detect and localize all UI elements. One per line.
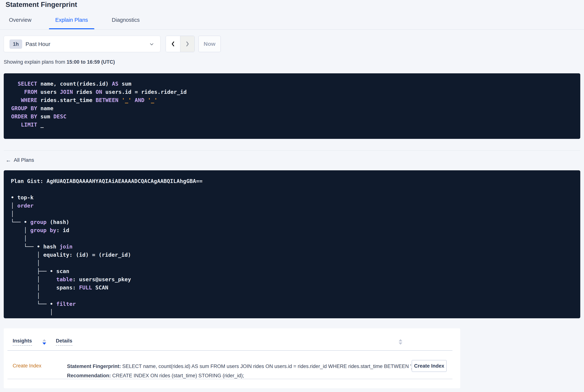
- sql-statement-block: SELECT name, count(rides.id) AS sum FROM…: [4, 73, 580, 139]
- page-title: Statement Fingerprint: [5, 1, 77, 8]
- code-line: [11, 185, 573, 194]
- code-line: ├── • scan: [11, 267, 573, 275]
- code-line: • top-k: [11, 194, 573, 202]
- code-line: │: [11, 292, 573, 300]
- sort-up-triangle: [42, 339, 46, 341]
- tab-bar: Overview Explain Plans Diagnostics: [9, 17, 140, 23]
- showing-range-text: Showing explain plans from 15:00 to 16:5…: [4, 59, 115, 65]
- code-line: │: [11, 308, 573, 316]
- tab-explain-plans[interactable]: Explain Plans: [55, 17, 88, 23]
- showing-range-prefix: Showing explain plans from: [4, 59, 67, 65]
- now-button[interactable]: Now: [198, 36, 221, 52]
- create-index-button[interactable]: Create Index: [412, 360, 447, 372]
- showing-range-value: 15:00 to 16:59 (UTC): [67, 59, 115, 65]
- code-line: └── • hash join: [11, 242, 573, 251]
- sort-down-triangle: [399, 342, 402, 345]
- code-line: └── • group (hash): [11, 218, 573, 226]
- code-line: ORDER BY sum DESC: [11, 112, 573, 120]
- code-line: │ group by: id: [11, 226, 573, 234]
- chevron-right-icon: [185, 41, 190, 47]
- code-line: │ order: [11, 202, 573, 210]
- code-line: │: [11, 210, 573, 218]
- sort-icon-insights[interactable]: [42, 339, 46, 345]
- plan-gist-block: Plan Gist: AgHUAQIABQAAAAHYAQIAiAEAAAADC…: [4, 170, 580, 318]
- code-line: FROM users JOIN rides ON users.id = ride…: [11, 88, 573, 96]
- code-line: │: [11, 234, 573, 242]
- time-range-select[interactable]: 1h Past Hour: [4, 36, 160, 52]
- table-header-separator: [7, 350, 452, 351]
- code-line: LIMIT _: [11, 120, 573, 129]
- chevron-down-icon: [149, 42, 154, 47]
- column-header-insights[interactable]: Insights: [13, 338, 32, 344]
- code-line: Plan Gist: AgHUAQIABQAAAAHYAQIAiAEAAAADC…: [11, 177, 573, 185]
- back-link-label: All Plans: [14, 157, 34, 163]
- tab-diagnostics[interactable]: Diagnostics: [112, 17, 140, 23]
- code-line: GROUP BY name: [11, 104, 573, 112]
- recommendation-label: Recommendation:: [67, 373, 111, 378]
- prev-time-button[interactable]: [166, 36, 180, 52]
- time-range-label: Past Hour: [25, 36, 50, 52]
- code-line: │ equality: (id) = (rider_id): [11, 251, 573, 259]
- plan-gist-code: Plan Gist: AgHUAQIABQAAAAHYAQIAiAEAAAADC…: [4, 170, 580, 316]
- code-line: SELECT name, count(rides.id) AS sum: [11, 80, 573, 88]
- section-divider: [4, 150, 580, 151]
- recommendation-value: CREATE INDEX ON rides (start_time) STORI…: [111, 373, 244, 378]
- sort-down-triangle: [42, 342, 46, 345]
- back-arrow-icon: ←: [5, 158, 11, 163]
- tab-overview[interactable]: Overview: [9, 17, 31, 23]
- insight-type-link[interactable]: Create Index: [13, 363, 41, 369]
- sort-up-triangle: [399, 339, 402, 341]
- column-header-details[interactable]: Details: [56, 338, 72, 344]
- statement-fingerprint-page: Statement Fingerprint Overview Explain P…: [0, 0, 584, 392]
- code-line: │ spans: FULL SCAN: [11, 284, 573, 292]
- code-line: └── • filter: [11, 300, 573, 308]
- insights-table-card: Insights Details Create Index Statement …: [4, 328, 460, 388]
- next-time-button[interactable]: [180, 36, 194, 52]
- sort-icon-details[interactable]: [399, 339, 402, 345]
- code-line: │: [11, 259, 573, 267]
- time-nav-buttons: [166, 36, 195, 52]
- column-header-details-label: Details: [56, 338, 72, 346]
- code-line: WHERE rides.start_time BETWEEN '_' AND '…: [11, 96, 573, 104]
- tab-bar-divider: [0, 29, 584, 30]
- chevron-left-icon: [170, 41, 176, 47]
- column-header-insights-label: Insights: [13, 338, 32, 346]
- sql-statement-code: SELECT name, count(rides.id) AS sum FROM…: [4, 73, 580, 129]
- recommendation-detail: Recommendation: CREATE INDEX ON rides (s…: [56, 367, 244, 384]
- table-row-separator: [7, 379, 452, 379]
- code-line: │ table: users@users_pkey: [11, 275, 573, 284]
- all-plans-back-link[interactable]: ← All Plans: [5, 157, 34, 163]
- time-range-badge: 1h: [9, 40, 22, 49]
